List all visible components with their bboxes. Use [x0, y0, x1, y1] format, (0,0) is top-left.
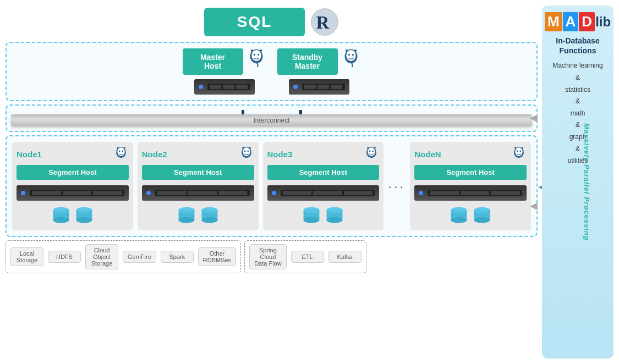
server-slot: [491, 191, 520, 195]
svg-point-20: [76, 217, 92, 223]
madlib-panel: M A D lib ◀ ◀ In-DatabaseFunctions Machi…: [542, 5, 613, 359]
interconnect-label: Interconnect: [253, 117, 289, 124]
node-n-header: NodeN: [414, 146, 527, 162]
svg-point-16: [53, 217, 69, 223]
db-icon-3: [177, 206, 196, 226]
svg-point-48: [517, 151, 518, 152]
node-3-label: Node3: [267, 150, 293, 159]
svg-point-52: [451, 217, 467, 223]
svg-point-36: [369, 151, 371, 152]
node-1-header: Node1: [17, 146, 129, 162]
storage-local: LocalStorage: [10, 247, 43, 266]
master-hosts: MasterHost: [183, 48, 361, 95]
arrow-to-madlib-2: ◀: [530, 200, 538, 212]
server-slot: [223, 85, 234, 89]
svg-point-28: [178, 217, 194, 223]
node-n-segment-host: Segment Host: [414, 165, 527, 180]
postgres-logo-node3: [364, 146, 379, 162]
db-icon-6: [325, 206, 344, 226]
server-dot: [272, 191, 276, 195]
svg-point-5: [257, 54, 259, 56]
storage-spring: SpringCloudData Flow: [249, 244, 287, 269]
node-3-box: Node3 Segment Host: [263, 142, 384, 230]
server-slot: [218, 191, 248, 195]
arrow-to-madlib: ◀: [530, 112, 538, 124]
svg-point-25: [247, 151, 249, 152]
db-icon-1: [51, 206, 71, 226]
v-connector: [299, 110, 302, 114]
svg-point-37: [373, 151, 374, 152]
storage-etl: ETL: [291, 251, 324, 263]
db-icon-7: [449, 206, 469, 226]
storage-kafka: Kafka: [328, 251, 361, 263]
svg-point-21: [76, 207, 92, 213]
interconnect-bar: Interconnect: [11, 114, 532, 126]
storage-group-1: LocalStorage HDFS CloudObjectStorage Gem…: [6, 240, 241, 273]
storage-spark: Spark: [161, 251, 194, 263]
storage-section: LocalStorage HDFS CloudObjectStorage Gem…: [6, 240, 538, 273]
postgres-logo-master: [246, 48, 266, 68]
storage-cloud: CloudObjectStorage: [85, 244, 118, 269]
node-2-header: Node2: [142, 146, 254, 162]
svg-point-40: [304, 217, 320, 223]
sql-section: SQL R: [6, 5, 538, 38]
sql-bar: SQL: [204, 8, 305, 36]
db-icon-2: [74, 206, 94, 226]
server-slots: [428, 190, 522, 196]
server-slot: [313, 191, 342, 195]
node-1-db-icons: [51, 206, 94, 226]
server-slot: [304, 85, 316, 89]
svg-point-57: [474, 207, 490, 213]
db-icon-8: [472, 206, 492, 226]
server-dot: [146, 191, 151, 195]
dots-separator: ···: [388, 142, 406, 230]
node-1-segment-host: Segment Host: [17, 165, 129, 180]
standby-host-box: StandbyMaster: [277, 48, 338, 75]
svg-point-12: [119, 151, 120, 152]
vert-connectors: [11, 110, 532, 114]
svg-point-17: [53, 207, 69, 213]
node-n-db-icons: [449, 206, 492, 226]
node-3-db-icons: [302, 206, 344, 226]
node-3-segment-host: Segment Host: [267, 165, 380, 180]
postgres-logo-standby: [341, 48, 361, 68]
db-icon-4: [200, 206, 220, 226]
db-icon-5: [302, 206, 321, 226]
madlib-a: A: [563, 12, 579, 31]
server-graphic-standby: [289, 79, 349, 95]
svg-point-56: [474, 217, 490, 223]
node-3-header: Node3: [267, 146, 380, 162]
server-graphic-node3: [267, 185, 380, 201]
mad-functions: Machine learning&statistics&math&graph&u…: [552, 60, 602, 167]
server-slot: [461, 191, 490, 195]
v-connector: [242, 110, 244, 114]
server-slot: [210, 85, 221, 89]
server-slot: [93, 191, 122, 195]
server-graphic-master: [194, 79, 255, 95]
server-slot: [63, 191, 92, 195]
storage-hdfs: HDFS: [48, 251, 81, 263]
node-2-db-icons: [177, 206, 220, 226]
storage-group-2: SpringCloudData Flow ETL Kafka: [244, 240, 366, 273]
node-1-label: Node1: [17, 150, 42, 159]
node-2-box: Node2 Segment Host: [138, 142, 259, 230]
node-1-box: Node1 Segment Host: [12, 142, 133, 230]
svg-point-41: [304, 207, 320, 213]
server-slot: [188, 191, 217, 195]
server-dot: [199, 85, 203, 89]
node-2-segment-host: Segment Host: [142, 165, 254, 180]
svg-point-53: [451, 207, 467, 213]
svg-point-44: [327, 217, 343, 223]
svg-point-8: [348, 54, 350, 56]
svg-point-9: [352, 54, 354, 56]
madlib-lib: lib: [595, 14, 611, 30]
svg-point-32: [201, 217, 217, 223]
storage-rdbmses: OtherRDBMSes: [198, 247, 236, 266]
svg-point-13: [122, 151, 123, 152]
madlib-d: D: [579, 12, 595, 31]
server-dot: [21, 191, 25, 195]
server-slot: [236, 85, 248, 89]
server-slot: [157, 191, 187, 195]
server-dot: [293, 85, 298, 89]
server-slot: [430, 191, 459, 195]
